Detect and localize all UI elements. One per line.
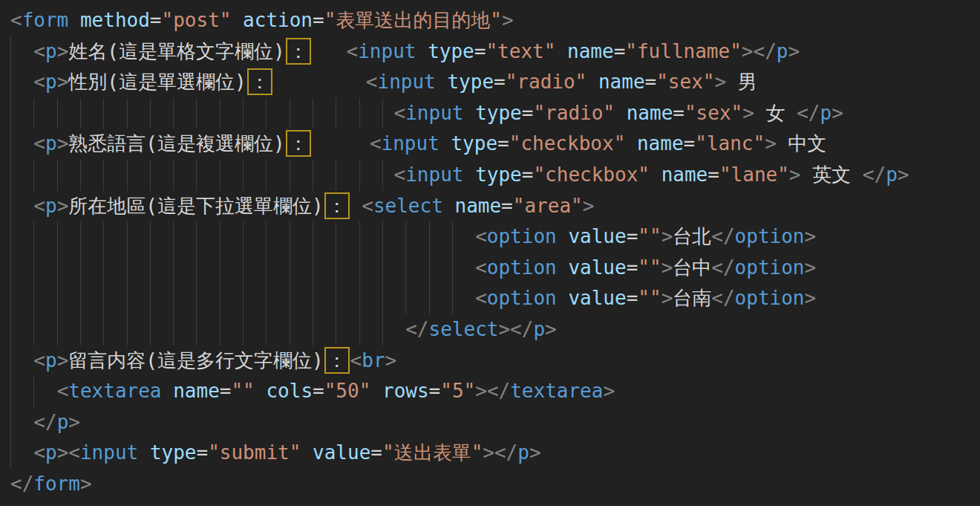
operator-token: = — [522, 163, 534, 186]
punctuation-token: < — [33, 441, 45, 464]
indent-guide — [80, 160, 81, 191]
string-value-token: "" — [638, 225, 661, 247]
indent-guide — [10, 129, 11, 160]
attribute-name-token: cols — [266, 380, 313, 402]
code-line[interactable]: <p>熟悉語言(這是複選欄位)： <input type="checkbox" … — [10, 129, 980, 160]
code-line[interactable]: <option value="">台南</option> — [10, 283, 980, 314]
attribute-name-token: type — [447, 71, 494, 93]
code-line[interactable]: <textarea name="" cols="50" rows="5"></t… — [10, 376, 980, 407]
tag-name-token: p — [45, 71, 57, 93]
string-value-token: "post" — [162, 9, 232, 31]
attribute-name-token: value — [568, 256, 626, 279]
indent-guide — [336, 221, 336, 253]
punctuation-token: > — [68, 411, 80, 433]
indent-guide — [266, 98, 267, 129]
punctuation-token: > — [662, 225, 673, 247]
indent-guide — [196, 160, 197, 191]
indent-guide — [336, 253, 336, 284]
indent-guide — [452, 253, 453, 284]
string-value-token: "" — [231, 380, 254, 402]
punctuation-token: > — [57, 349, 69, 372]
operator-token: = — [150, 9, 162, 31]
attribute-name-token: type — [475, 102, 522, 124]
code-line[interactable]: <option value="">台北</option> — [10, 221, 980, 253]
attribute-name-token: action — [243, 9, 313, 31]
indent-guide — [173, 221, 174, 253]
indent-guide — [150, 98, 151, 129]
indent-guide — [359, 283, 360, 314]
indent-guide — [33, 98, 34, 129]
indent-guide — [313, 314, 313, 346]
punctuation-token: < — [475, 287, 487, 309]
indent-guide — [80, 283, 81, 314]
punctuation-token: < — [33, 71, 45, 93]
punctuation-token: > — [805, 225, 817, 247]
code-line[interactable]: <p><input type="submit" value="送出表單"></p… — [10, 438, 980, 469]
indent-guide — [243, 314, 244, 346]
indent-guide — [196, 221, 197, 253]
text-content-token: 女 — [754, 102, 797, 124]
tag-name-token: p — [57, 411, 69, 433]
indent-guide — [243, 98, 244, 129]
whitespace-token — [416, 40, 428, 62]
punctuation-token: < — [57, 380, 69, 402]
code-line[interactable]: <input type="checkbox" name="lane"> 英文 <… — [10, 160, 980, 191]
tag-name-token: p — [820, 102, 832, 124]
indent-guide — [173, 253, 174, 284]
punctuation-token: < — [394, 102, 406, 124]
string-value-token: "radio" — [533, 102, 615, 124]
code-line[interactable]: <p>留言内容(這是多行文字欄位)：<br> — [10, 346, 980, 377]
tag-name-token: input — [80, 441, 138, 464]
text-content-token: 英文 — [801, 163, 863, 186]
code-editor[interactable]: <form method="post" action="表單送出的目的地"> <… — [0, 0, 980, 506]
whitespace-token — [273, 71, 366, 93]
operator-token: = — [501, 195, 513, 217]
operator-token: = — [627, 287, 638, 309]
indentation — [10, 349, 33, 372]
code-line[interactable]: <option value="">台中</option> — [10, 253, 980, 284]
indent-guide — [103, 314, 104, 346]
punctuation-token: > — [57, 40, 69, 62]
punctuation-token: < — [347, 40, 359, 62]
indent-guide — [290, 221, 290, 253]
indent-guide — [33, 160, 34, 191]
indent-guide — [266, 253, 267, 284]
tag-name-token: textarea — [510, 380, 603, 402]
punctuation-token: </ — [711, 225, 734, 247]
attribute-name-token: name — [598, 71, 645, 93]
punctuation-token: > — [583, 195, 595, 217]
indent-guide — [220, 283, 220, 314]
whitespace-token — [650, 163, 662, 186]
tag-name-token: p — [45, 40, 57, 62]
indent-guide — [266, 221, 267, 253]
code-line[interactable]: <input type="radio" name="sex"> 女 </p> — [10, 98, 980, 129]
indentation — [10, 132, 33, 155]
string-value-token: "sex" — [656, 71, 714, 93]
operator-token: = — [708, 163, 719, 186]
code-line[interactable]: </select></p> — [10, 314, 980, 346]
punctuation-token: < — [362, 195, 373, 217]
text-content-token: 所在地區(這是下拉選單欄位) — [68, 195, 323, 217]
punctuation-token: < — [33, 349, 45, 372]
punctuation-token: > — [603, 380, 615, 402]
unicode-highlight-colon: ： — [286, 130, 311, 157]
operator-token: = — [313, 380, 324, 402]
tag-name-token: form — [33, 473, 80, 495]
code-line[interactable]: <form method="post" action="表單送出的目的地"> — [10, 5, 980, 36]
code-line[interactable]: <p>姓名(這是單格文字欄位)： <input type="text" name… — [10, 36, 980, 68]
operator-token: = — [673, 102, 685, 124]
operator-token: = — [494, 71, 506, 93]
indent-guide — [10, 191, 11, 222]
code-line[interactable]: </p> — [10, 407, 980, 438]
indent-guide — [313, 253, 313, 284]
indent-guide — [10, 221, 11, 253]
tag-name-token: option — [735, 287, 805, 309]
indent-guide — [173, 160, 174, 191]
punctuation-token: > — [765, 132, 777, 155]
punctuation-token: < — [366, 71, 378, 93]
code-line[interactable]: <p>性別(這是單選欄位)： <input type="radio" name=… — [10, 67, 980, 98]
code-line[interactable]: </form> — [10, 469, 980, 500]
indent-guide — [336, 160, 336, 191]
code-line[interactable]: <p>所在地區(這是下拉選單欄位)： <select name="area"> — [10, 191, 980, 222]
indent-guide — [57, 314, 58, 346]
